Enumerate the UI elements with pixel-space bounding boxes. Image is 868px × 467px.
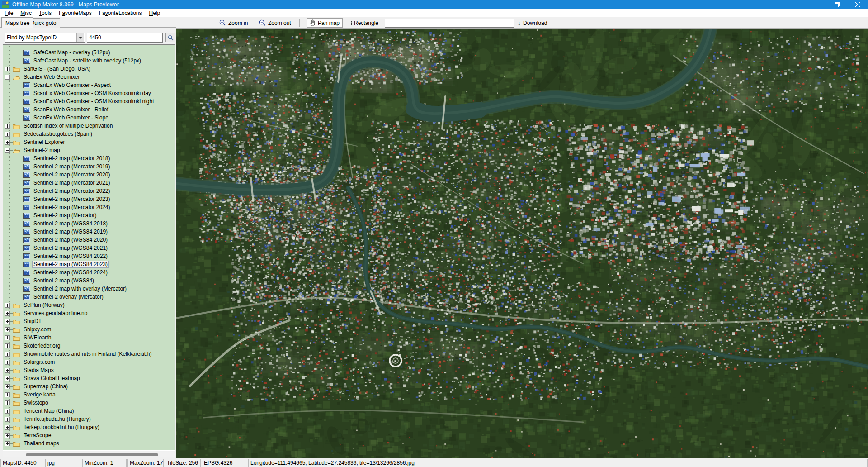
tree-item-label[interactable]: Sentinel-2 map (Mercator 2021) [32,179,111,186]
tree-item[interactable]: Services.geodataonline.no [3,309,175,317]
tree-item-label[interactable]: SafeCast Map - overlay (512px) [32,49,111,56]
expand-icon[interactable] [5,368,10,373]
tree-item[interactable]: Swisstopo [3,399,175,407]
tree-item-label[interactable]: Sentinel-2 map (Mercator 2019) [32,163,111,170]
tree-item[interactable]: Sentinel-2 map (Mercator 2022) [3,187,175,195]
tree-item[interactable]: Sentinel-2 map (Mercator 2021) [3,179,175,187]
tree-item-label[interactable]: ScanEx Web Geomixer - OSM Kosmosnimki ni… [32,98,156,105]
tree-item-label[interactable]: ScanEx Web Geomixer [22,73,81,81]
tree-item-label[interactable]: ScanEx Web Geomixer - Aspect [32,81,112,89]
satellite-map-canvas[interactable] [176,29,868,458]
tree-item-label[interactable]: Sentinel-2 map (Mercator 2022) [32,187,111,195]
expand-icon[interactable] [5,67,10,71]
tree-item[interactable]: Sedecatastro.gob.es (Spain) [3,130,175,138]
tree-item[interactable]: TerraScope [3,431,175,439]
tree-horizontal-scrollbar[interactable] [3,452,175,457]
chevron-down-icon[interactable] [76,33,84,42]
expand-icon[interactable] [5,335,10,340]
tree-item[interactable]: SIWEIearth [3,334,175,342]
collapse-icon[interactable] [5,75,10,80]
tree-item-label[interactable]: Sentinel-2 map (Mercator 2023) [32,195,111,203]
tree-item[interactable]: SePlan (Norway) [3,301,175,309]
tree-item[interactable]: ScanEx Web Geomixer - Slope [3,114,175,122]
tree-item[interactable]: ShipDT [3,317,175,325]
expand-icon[interactable] [5,303,10,308]
tree-item[interactable]: Sentinel-2 map (Mercator 2024) [3,203,175,211]
minimize-button[interactable] [806,0,826,9]
tree-item-label[interactable]: ScanEx Web Geomixer - OSM Kosmosnimki da… [32,90,152,97]
tree-item[interactable]: Sentinel Explorer [3,138,175,146]
zoom-out-button[interactable]: Zoom out [256,18,294,28]
tree-item-label[interactable]: Sentinel-2 map (Mercator 2024) [32,204,111,211]
tree-item[interactable]: Sentinel-2 map (WGS84 2020) [3,236,175,244]
tree-item-label[interactable]: ScanEx Web Geomixer - Relief [32,106,110,113]
expand-icon[interactable] [5,376,10,381]
tree-item-label[interactable]: Sentinel-2 map (WGS84 2024) [32,269,109,276]
tree-item-label[interactable]: SePlan (Norway) [22,301,66,309]
pan-map-button[interactable]: Pan map [307,18,343,28]
download-area-input[interactable] [385,19,514,28]
tree-item[interactable]: ScanEx Web Geomixer [3,73,175,81]
expand-icon[interactable] [5,343,10,348]
expand-icon[interactable] [5,433,10,438]
tree-item[interactable]: Sentinel-2 map [3,146,175,154]
search-button[interactable] [165,33,175,42]
expand-icon[interactable] [5,132,10,137]
menu-help[interactable]: Help [146,10,164,17]
tree-item[interactable]: Shipxy.com [3,325,175,334]
restore-button[interactable] [826,0,847,9]
tree-item-label[interactable]: Terinfo.ujbuda.hu (Hungary) [22,415,92,423]
tree-item[interactable]: Solargis.com [3,358,175,366]
expand-icon[interactable] [5,311,10,316]
tree-item[interactable]: Sentinel-2 map (WGS84 2019) [3,228,175,236]
tree-item[interactable]: Scottish Index of Multiple Deprivation [3,122,175,130]
tree-item[interactable]: Skoterleder.org [3,342,175,350]
collapse-icon[interactable] [5,148,10,153]
menu-favoritelocations[interactable]: FavoriteLocations [95,10,146,17]
tree-item[interactable]: Supermap (China) [3,382,175,391]
tree-item-label[interactable]: TerraScope [22,432,52,439]
map-viewport[interactable] [176,29,868,458]
tree-item-label[interactable]: Terkep.torokbalint.hu (Hungary) [22,424,101,431]
tree-item-label[interactable]: Services.geodataonline.no [22,310,89,317]
tree-item[interactable]: Sentinel-2 map (Mercator 2018) [3,154,175,162]
tree-item-label[interactable]: Sentinel-2 map (WGS84 2022) [32,253,109,260]
download-button[interactable]: ↓ Download [514,18,550,28]
expand-icon[interactable] [5,384,10,389]
expand-icon[interactable] [5,400,10,405]
tree-item-label[interactable]: Sentinel-2 map [22,147,61,154]
tree-item-label[interactable]: Sentinel-2 map (WGS84 2021) [32,244,109,252]
tree-item-label[interactable]: Sentinel-2 map (WGS84 2019) [32,228,109,235]
expand-icon[interactable] [5,409,10,414]
tree-item[interactable]: Thailand maps [3,439,175,448]
rectangle-button[interactable]: Rectangle [343,18,382,28]
tree-item[interactable]: Sentinel-2 map (WGS84) [3,276,175,285]
expand-icon[interactable] [5,140,10,145]
tree-item-label[interactable]: Sentinel-2 map (WGS84) [32,277,95,284]
tree-item[interactable]: Sentinel-2 map (Mercator 2019) [3,162,175,171]
tree-item-label[interactable]: Sentinel-2 map (WGS84 2023) [32,261,109,268]
tree-item-label[interactable]: Sentinel-2 map (Mercator 2018) [32,155,111,162]
tree-item[interactable]: Snowmobile routes and ruts in Finland (K… [3,350,175,358]
tree-item[interactable]: Tencent Map (China) [3,407,175,415]
tree-item-label[interactable]: SIWEIearth [22,334,52,341]
menu-tools[interactable]: Tools [35,10,55,17]
expand-icon[interactable] [5,360,10,365]
tree-item[interactable]: Sentinel-2 map (WGS84 2022) [3,252,175,260]
tree-item[interactable]: SafeCast Map - overlay (512px) [3,48,175,57]
tree-item-label[interactable]: Swisstopo [22,399,50,406]
tab-maps-tree[interactable]: Maps tree [1,17,33,28]
tree-item-label[interactable]: Strava Global Heatmap [22,375,81,382]
tree-item-label[interactable]: Sentinel Explorer [22,138,66,146]
tree-item[interactable]: ScanEx Web Geomixer - OSM Kosmosnimki ni… [3,97,175,105]
tree-item-label[interactable]: Solargis.com [22,358,56,366]
tree-item-label[interactable]: Sedecatastro.gob.es (Spain) [22,130,94,138]
tree-item[interactable]: Sentinel-2 map with overlay (Mercator) [3,285,175,293]
tree-item[interactable]: ScanEx Web Geomixer - Aspect [3,81,175,89]
tree-item-label[interactable]: Snowmobile routes and ruts in Finland (K… [22,350,153,357]
tree-item-label[interactable]: Sentinel-2 map (Mercator 2020) [32,171,111,178]
tree-item-label[interactable]: SanGIS - (San Diego, USA) [22,65,92,72]
tree-item-label[interactable]: Scottish Index of Multiple Deprivation [22,122,114,129]
tree-item-label[interactable]: ScanEx Web Geomixer - Slope [32,114,110,121]
tree-item[interactable]: Sentinel-2 map (Mercator 2020) [3,171,175,179]
